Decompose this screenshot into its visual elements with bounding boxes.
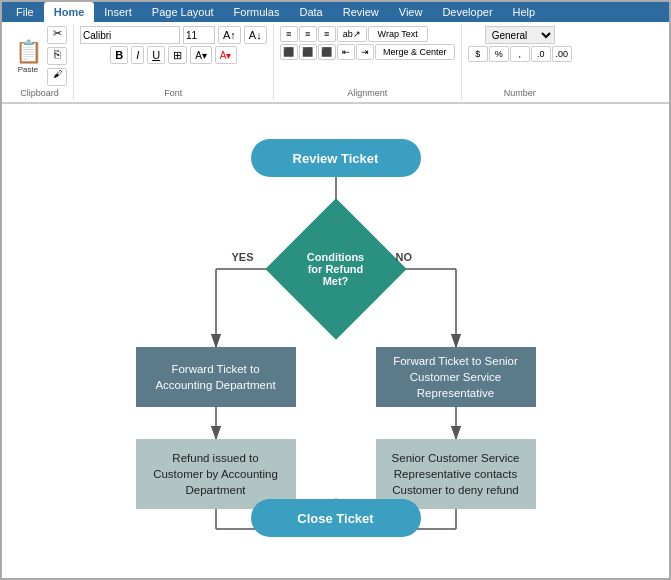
- cut-button[interactable]: ✂: [47, 26, 67, 44]
- tab-home[interactable]: Home: [44, 2, 95, 22]
- bold-button[interactable]: B: [110, 46, 128, 64]
- italic-button[interactable]: I: [131, 46, 144, 64]
- ribbon: File Home Insert Page Layout Formulas Da…: [2, 2, 669, 104]
- underline-button[interactable]: U: [147, 46, 165, 64]
- review-ticket-node: Review Ticket: [251, 139, 421, 177]
- alignment-label: Alignment: [347, 88, 387, 98]
- flowchart: Review Ticket Conditionsfor RefundMet? Y…: [56, 129, 616, 549]
- tab-page-layout[interactable]: Page Layout: [142, 2, 224, 22]
- tab-formulas[interactable]: Formulas: [224, 2, 290, 22]
- tab-data[interactable]: Data: [289, 2, 332, 22]
- align-right-button[interactable]: ⬛: [318, 44, 336, 60]
- percent-button[interactable]: %: [489, 46, 509, 62]
- align-center-button[interactable]: ⬛: [299, 44, 317, 60]
- alignment-group: ≡ ≡ ≡ ab↗ Wrap Text ⬛ ⬛ ⬛ ⇤ ⇥ Merge & Ce…: [274, 24, 462, 100]
- align-top-right-button[interactable]: ≡: [318, 26, 336, 42]
- clipboard-label: Clipboard: [20, 88, 59, 98]
- conditions-diamond: Conditionsfor RefundMet?: [271, 219, 401, 319]
- align-top-left-button[interactable]: ≡: [280, 26, 298, 42]
- font-group: A↑ A↓ B I U ⊞ A▾ A▾ Font: [74, 24, 274, 100]
- conditions-text: Conditionsfor RefundMet?: [271, 219, 401, 319]
- number-format-select[interactable]: General: [485, 26, 555, 44]
- number-label: Number: [504, 88, 536, 98]
- forward-accounting-node: Forward Ticket to Accounting Department: [136, 347, 296, 407]
- copy-button[interactable]: ⎘: [47, 47, 67, 65]
- merge-center-button[interactable]: Merge & Center: [375, 44, 455, 60]
- close-ticket-node: Close Ticket: [251, 499, 421, 537]
- comma-button[interactable]: ,: [510, 46, 530, 62]
- tab-view[interactable]: View: [389, 2, 433, 22]
- font-label: Font: [164, 88, 182, 98]
- format-painter-button[interactable]: 🖌: [47, 68, 67, 86]
- decrease-indent-button[interactable]: ⇤: [337, 44, 355, 60]
- font-shrink-button[interactable]: A↓: [244, 26, 267, 44]
- paste-button[interactable]: 📋 Paste: [12, 40, 44, 72]
- font-grow-button[interactable]: A↑: [218, 26, 241, 44]
- number-group: General $ % , .0 .00 Number: [462, 24, 578, 100]
- alignment-content: ≡ ≡ ≡ ab↗ Wrap Text ⬛ ⬛ ⬛ ⇤ ⇥ Merge & Ce…: [280, 26, 455, 86]
- font-color-button[interactable]: A▾: [215, 46, 237, 64]
- increase-indent-button[interactable]: ⇥: [356, 44, 374, 60]
- decimal-increase-button[interactable]: .00: [552, 46, 572, 62]
- clipboard-group: 📋 Paste ✂ ⎘ 🖌 Clipboard: [6, 24, 74, 100]
- align-top-center-button[interactable]: ≡: [299, 26, 317, 42]
- tab-file[interactable]: File: [6, 2, 44, 22]
- currency-button[interactable]: $: [468, 46, 488, 62]
- tab-help[interactable]: Help: [503, 2, 546, 22]
- decimal-decrease-button[interactable]: .0: [531, 46, 551, 62]
- wrap-text-button[interactable]: Wrap Text: [368, 26, 428, 42]
- clipboard-content: 📋 Paste ✂ ⎘ 🖌: [12, 26, 67, 86]
- tab-review[interactable]: Review: [333, 2, 389, 22]
- font-controls: A↑ A↓ B I U ⊞ A▾ A▾: [80, 26, 267, 86]
- number-content: General $ % , .0 .00: [468, 26, 572, 86]
- diagram-area: Review Ticket Conditionsfor RefundMet? Y…: [2, 104, 669, 574]
- align-left-button[interactable]: ⬛: [280, 44, 298, 60]
- font-name-input[interactable]: [80, 26, 180, 44]
- yes-label: YES: [232, 251, 254, 263]
- ribbon-body: 📋 Paste ✂ ⎘ 🖌 Clipboard A↑ A↓: [2, 22, 669, 103]
- tab-insert[interactable]: Insert: [94, 2, 142, 22]
- fill-color-button[interactable]: A▾: [190, 46, 212, 64]
- forward-senior-node: Forward Ticket to Senior Customer Servic…: [376, 347, 536, 407]
- angle-text-button[interactable]: ab↗: [337, 26, 367, 42]
- font-size-input[interactable]: [183, 26, 215, 44]
- ribbon-tabs: File Home Insert Page Layout Formulas Da…: [2, 2, 669, 22]
- border-button[interactable]: ⊞: [168, 46, 187, 64]
- tab-developer[interactable]: Developer: [432, 2, 502, 22]
